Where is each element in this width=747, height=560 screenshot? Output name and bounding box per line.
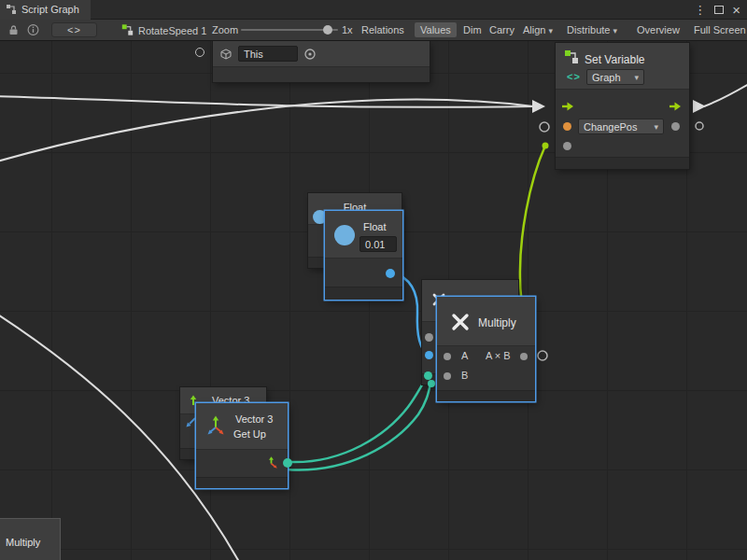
flow-in-arrow-icon[interactable]: [561, 101, 574, 112]
float-title: Float: [363, 221, 386, 232]
float-value-input[interactable]: [359, 236, 397, 252]
port-float-output[interactable]: [386, 269, 395, 278]
maximize-icon[interactable]: [714, 6, 724, 14]
vector3-icon: [205, 415, 226, 436]
dim-button[interactable]: Dim: [463, 24, 482, 35]
chevron-down-icon: ▾: [613, 26, 617, 35]
variable-name-value: ChangePos: [584, 121, 638, 133]
align-label: Align: [523, 24, 545, 35]
titlebar: Script Graph ⋮ ×: [0, 0, 747, 20]
this-body: [213, 66, 430, 82]
set-variable-body: ChangePos ▾: [556, 89, 689, 157]
multiply-corner-title: Multiply: [6, 537, 40, 548]
node-vector3-get-up[interactable]: Vector 3 Get Up: [196, 403, 288, 488]
set-variable-header: Set Variable <> Graph ▾: [556, 43, 689, 89]
port-vector3-output[interactable]: [283, 458, 292, 468]
chevron-down-icon: ▾: [634, 73, 639, 82]
tab-script-graph[interactable]: Script Graph: [0, 0, 91, 20]
set-variable-title: Set Variable: [585, 53, 644, 66]
close-icon[interactable]: ×: [732, 3, 740, 17]
port-setvariable-right-outer[interactable]: [696, 122, 703, 130]
wire-teal-vector-to-multiply-2: [286, 384, 430, 470]
wire-teal-vector-to-multiply-1: [289, 376, 428, 462]
port-multiply-back-top[interactable]: [425, 333, 433, 342]
wire-green-multiply-to-setvariable: [520, 146, 545, 314]
wire-green-endpoint: [543, 143, 549, 149]
wire-white-left-lower: [0, 100, 533, 163]
port-multiply-back-a[interactable]: [425, 351, 433, 359]
float-icon: [334, 225, 355, 245]
distribute-button[interactable]: Distribute▾: [567, 24, 617, 35]
chevron-down-icon: ▾: [654, 122, 658, 132]
port-multiply-b[interactable]: [444, 372, 451, 380]
graph-toolbar: <> RotateSpeed 1 Zoom 1x Relations Value…: [0, 20, 747, 41]
multiply-result-label: A × B: [486, 350, 511, 361]
port-multiply-back-b[interactable]: [424, 371, 432, 380]
vector3-subtitle: Get Up: [233, 428, 266, 440]
port-multiply-a[interactable]: [444, 353, 451, 360]
multiply-body: A A × B B: [437, 345, 535, 390]
node-float[interactable]: Float: [325, 211, 402, 300]
multiply-title: Multiply: [478, 316, 516, 329]
multiply-port-a-label: A: [461, 350, 468, 361]
overview-button[interactable]: Overview: [637, 24, 680, 35]
float-header: Float: [325, 211, 402, 258]
variable-kind-dropdown[interactable]: Graph ▾: [586, 69, 644, 85]
port-multiply-result-outer[interactable]: [538, 351, 547, 360]
code-button[interactable]: <>: [51, 22, 97, 37]
lock-icon[interactable]: [7, 24, 19, 36]
graph-name: RotateSpeed 1: [138, 24, 206, 35]
multiply-corner-header: Multiply: [0, 519, 60, 560]
relations-button[interactable]: Relations: [361, 24, 404, 35]
variable-icon: [564, 49, 579, 64]
flow-out-arrow-icon[interactable]: [669, 101, 682, 112]
node-set-variable[interactable]: Set Variable <> Graph ▾ ChangePo: [556, 43, 689, 169]
float-footer: [325, 287, 402, 300]
graph-canvas[interactable]: This Set Variable <> Graph: [0, 41, 747, 560]
zoom-value: 1x: [342, 24, 353, 35]
flow-arrow-out-of-setvariable[interactable]: [693, 100, 706, 113]
info-icon[interactable]: [27, 24, 39, 36]
align-button[interactable]: Align▾: [523, 24, 553, 35]
object-picker-icon[interactable]: [303, 48, 317, 61]
port-setvariable-left-outer[interactable]: [540, 122, 549, 132]
menu-icon[interactable]: ⋮: [694, 4, 706, 16]
wire-white-left-upper: [0, 96, 533, 107]
full-screen-button[interactable]: Full Screen: [694, 24, 746, 35]
node-multiply-corner[interactable]: Multiply: [0, 519, 60, 560]
port-setvariable-output[interactable]: [671, 122, 680, 131]
wire-white-right: [704, 78, 747, 106]
node-this[interactable]: This: [213, 41, 430, 82]
this-header: This: [213, 41, 430, 66]
port-multiply-result[interactable]: [520, 353, 528, 360]
variable-name-dropdown[interactable]: ChangePos ▾: [578, 119, 664, 134]
port-multiply-back-b2[interactable]: [428, 380, 435, 387]
multiply-header: Multiply: [437, 297, 535, 345]
values-button[interactable]: Values: [415, 22, 457, 37]
chevron-down-icon: ▾: [548, 26, 553, 35]
port-this-left[interactable]: [195, 48, 204, 57]
port-setvariable-value-input[interactable]: [563, 142, 571, 150]
graph-reference-button[interactable]: RotateSpeed 1: [121, 24, 206, 36]
flow-arrow-into-setvariable[interactable]: [532, 100, 545, 113]
zoom-slider[interactable]: [241, 25, 338, 35]
vector3-body: [196, 449, 288, 477]
axis-mini-icon: [265, 456, 277, 469]
carry-button[interactable]: Carry: [489, 24, 514, 35]
vector3-footer: [196, 477, 288, 488]
set-variable-footer: [556, 157, 689, 169]
multiply-icon: [450, 312, 471, 332]
cube-icon: [219, 48, 233, 61]
node-multiply[interactable]: Multiply A A × B B: [437, 297, 535, 401]
float-body: [325, 258, 402, 287]
unity-visual-scripting-window: Script Graph ⋮ × <> RotateSpeed 1 Zo: [0, 0, 747, 560]
zoom-slider-handle[interactable]: [323, 25, 332, 35]
port-variable-name[interactable]: [563, 122, 571, 131]
vector3-title: Vector 3: [235, 413, 273, 425]
tab-title: Script Graph: [21, 4, 79, 15]
zoom-label: Zoom: [212, 24, 238, 35]
vector3-header: Vector 3 Get Up: [196, 403, 288, 449]
graph-kind-icon: <>: [567, 71, 581, 82]
graph-icon: [121, 24, 134, 36]
this-object-field[interactable]: This: [238, 46, 298, 62]
